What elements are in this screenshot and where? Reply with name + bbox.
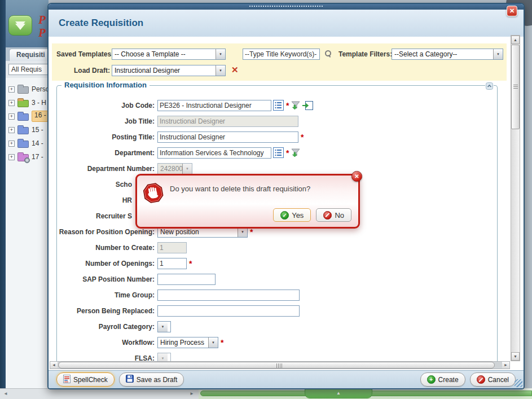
confirm-buttons: ✓ Yes No — [273, 208, 351, 222]
cancel-button[interactable]: Cancel — [470, 372, 516, 387]
tree-item-label[interactable]: 14 - — [32, 139, 43, 147]
section-legend: Requisition Information — [61, 81, 150, 89]
no-label: No — [335, 211, 344, 220]
yes-label: Yes — [292, 211, 304, 220]
no-button[interactable]: No — [316, 208, 351, 222]
folder-settings-icon — [17, 154, 29, 161]
tree-item-selected[interactable]: + 16 - — [6, 109, 49, 123]
scroll-up-button[interactable]: ▲ — [511, 36, 520, 44]
time-group-input[interactable] — [157, 290, 300, 301]
requisition-tree: + Perso + 3 - H + 16 - + 15 - + 14 - + 1… — [6, 78, 49, 388]
title-keyword-input[interactable] — [243, 49, 320, 60]
search-icon[interactable] — [324, 50, 331, 58]
filter-funnel-icon[interactable] — [291, 148, 301, 158]
dropdown-arrow-icon[interactable]: ▼ — [493, 49, 503, 59]
job-code-input[interactable] — [157, 100, 271, 111]
dialog-horizontal-scrollbar[interactable]: ◄ ► — [50, 361, 510, 369]
tree-item-label[interactable]: 17 - — [32, 153, 43, 161]
tree-item[interactable]: + 15 - — [6, 123, 49, 137]
school-label: Scho — [57, 181, 132, 188]
delete-draft-icon[interactable]: ✕ — [231, 65, 239, 75]
person-being-replaced-input[interactable] — [157, 305, 300, 317]
saved-templates-select[interactable]: -- Choose a Template -- ▼ — [112, 49, 226, 60]
required-asterisk: * — [286, 148, 289, 157]
tree-item-label[interactable]: 15 - — [32, 126, 43, 134]
dialog-resize-handle[interactable] — [515, 379, 522, 387]
collapse-section-icon[interactable] — [485, 82, 494, 92]
expand-icon[interactable]: + — [8, 100, 15, 106]
create-plus-icon: + — [427, 375, 436, 384]
tree-item[interactable]: + 17 - — [6, 150, 49, 164]
sidebar-filter-bar: All Requis — [6, 61, 49, 78]
required-asterisk: * — [221, 338, 223, 347]
tree-item-label[interactable]: Perso — [32, 85, 49, 93]
filter-funnel-icon[interactable] — [291, 100, 301, 111]
scroll-down-button[interactable]: ▼ — [511, 352, 520, 361]
folder-icon — [17, 127, 29, 134]
app-header: P P — [6, 0, 49, 47]
app-logo-button[interactable] — [8, 15, 32, 36]
scroll-right-icon[interactable]: ► — [190, 391, 194, 396]
scroll-right-button[interactable]: ► — [502, 362, 509, 369]
load-draft-select[interactable]: Instructional Designer ▼ — [112, 65, 226, 76]
page-bottom-bar: ◄ ► ▲ — [0, 388, 532, 399]
sidebar-horizontal-scrollbar[interactable]: ◄ ► — [0, 388, 199, 399]
expand-icon[interactable]: + — [8, 86, 15, 93]
vertical-scroll-thumb[interactable] — [511, 45, 520, 129]
dropdown-arrow-icon[interactable]: ▼ — [216, 49, 225, 59]
tree-item-label[interactable]: 3 - H — [32, 99, 46, 107]
apply-template-icon[interactable] — [302, 101, 313, 110]
reason-label: Reason for Position Opening: — [57, 228, 157, 236]
field-row-job-code: Job Code: * — [57, 99, 497, 111]
template-filters-select[interactable]: --Select a Category-- ▼ — [392, 49, 503, 60]
tab-requisitions[interactable]: Requisiti — [9, 49, 49, 61]
expand-icon[interactable]: + — [8, 154, 15, 160]
expand-icon[interactable]: + — [8, 127, 15, 133]
dialog-vertical-scrollbar[interactable]: ▲ ▼ — [511, 35, 520, 361]
requisitions-sidebar: P P Requisiti All Requis + Perso + 3 - H… — [6, 0, 49, 388]
dialog-drag-handle[interactable] — [49, 4, 524, 10]
yes-button[interactable]: ✓ Yes — [273, 208, 311, 222]
payroll-category-select[interactable]: ▼ — [157, 321, 171, 332]
expand-icon[interactable]: + — [8, 113, 15, 120]
scroll-left-icon[interactable]: ◄ — [3, 391, 8, 396]
sap-position-number-input[interactable] — [157, 274, 216, 285]
job-code-label: Job Code: — [57, 102, 157, 109]
sap-position-number-label: SAP Position Number: — [57, 275, 157, 283]
dropdown-arrow-icon[interactable]: ▼ — [208, 337, 218, 348]
expand-icon[interactable]: + — [8, 141, 15, 147]
create-label: Create — [438, 376, 459, 384]
spellcheck-button[interactable]: SpellCheck — [56, 372, 115, 387]
horizontal-scroll-thumb[interactable] — [58, 362, 495, 369]
cancel-ban-icon — [477, 375, 485, 384]
department-input[interactable] — [157, 147, 271, 159]
dialog-footer: SpellCheck Save as Draft + Create Cancel — [49, 370, 524, 388]
create-button[interactable]: + Create — [420, 372, 465, 387]
posting-title-input[interactable] — [157, 131, 298, 143]
expand-panel-handle[interactable]: ▲ — [305, 388, 372, 398]
save-as-draft-button[interactable]: Save as Draft — [119, 372, 184, 387]
tree-item[interactable]: + 14 - — [6, 137, 49, 150]
confirm-close-button[interactable]: ✕ — [351, 171, 362, 182]
scroll-left-button[interactable]: ◄ — [50, 362, 58, 369]
requisition-filter-select[interactable]: All Requis — [8, 64, 48, 75]
spellcheck-label: SpellCheck — [73, 376, 108, 384]
expand-panel-up-icon: ▲ — [336, 391, 341, 396]
folder-icon — [17, 86, 29, 94]
lookup-list-icon[interactable] — [273, 147, 284, 158]
tree-item[interactable]: + 3 - H — [6, 96, 49, 109]
number-of-openings-input[interactable] — [157, 258, 187, 269]
template-bar: Saved Templates: -- Choose a Template --… — [52, 43, 507, 81]
dropdown-arrow-icon[interactable]: ▼ — [216, 65, 225, 76]
tree-item[interactable]: + Perso — [6, 82, 49, 96]
tree-item-label[interactable]: 16 - — [32, 111, 49, 122]
department-number-select: 242800 ▼ — [157, 163, 192, 174]
dialog-close-button[interactable]: ✕ — [507, 6, 517, 16]
field-row-time-group: Time Group: — [57, 289, 497, 301]
save-as-draft-label: Save as Draft — [137, 376, 178, 384]
required-asterisk: * — [189, 259, 192, 268]
lookup-list-icon[interactable] — [273, 100, 284, 111]
dropdown-arrow-icon[interactable]: ▼ — [158, 322, 168, 332]
workflow-select[interactable]: Hiring Process ▼ — [157, 337, 218, 348]
load-draft-label: Load Draft: — [56, 67, 110, 74]
